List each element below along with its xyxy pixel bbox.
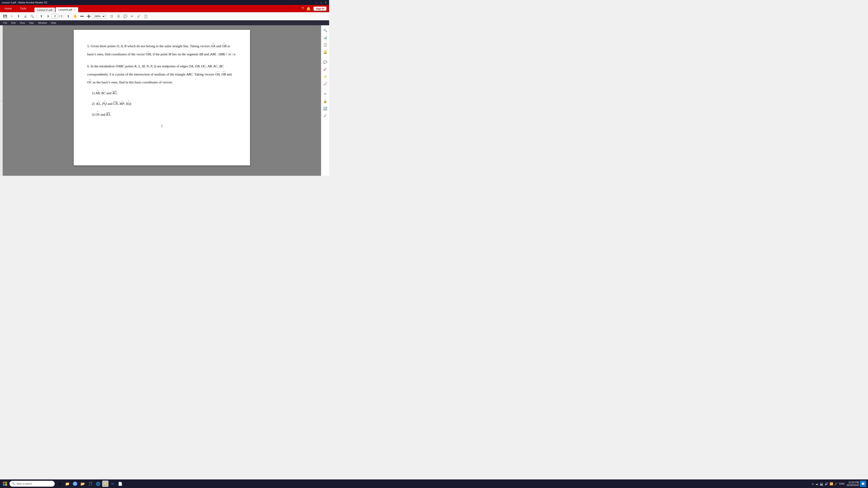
sidebar-pages-icon[interactable]: 📋 <box>322 41 329 48</box>
page-number-display: 2 <box>87 124 237 128</box>
toolbar-separator-3 <box>107 14 107 19</box>
save-button[interactable]: 💾 <box>2 13 8 20</box>
view-mode-button[interactable]: ☰ <box>115 13 122 20</box>
sidebar-bookmarks-icon[interactable]: 🔔 <box>322 49 329 55</box>
sidebar-pen-icon[interactable]: ✏ <box>322 91 329 97</box>
pen-tool-button[interactable]: ✏ <box>129 13 135 20</box>
menu-help[interactable]: Help <box>49 21 58 25</box>
minimize-button[interactable]: ─ <box>315 1 318 4</box>
page-navigation: / 3 <box>52 14 62 19</box>
vector-OC: → OC <box>87 77 92 86</box>
home-bar-right: ? 🔔 Sign In <box>302 6 327 11</box>
vector-MP: → MP <box>120 99 125 107</box>
next-page-button[interactable]: ⬇ <box>45 13 51 20</box>
comment-button[interactable]: 💬 <box>122 13 128 20</box>
vector-AC-overline: AC <box>112 91 116 95</box>
window-controls: ─ □ ✕ <box>315 1 327 4</box>
sign-in-button[interactable]: Sign In <box>313 6 327 11</box>
vector-PQ: → PQ <box>102 99 107 107</box>
vector-KQ: → KQ <box>126 99 131 107</box>
help-icon[interactable]: ? <box>302 6 304 11</box>
page-separator: / <box>59 15 60 18</box>
tab-lesson4-label: Lesson4.pdf <box>59 8 72 11</box>
zoom-out-button[interactable]: ➖ <box>79 13 85 20</box>
tab-close-icon[interactable]: ✕ <box>73 8 75 11</box>
menu-bar: File Edit View Sign Window Help <box>0 20 329 25</box>
sidebar-tools-icon[interactable]: ⚡ <box>322 73 329 80</box>
vector-OB: → OB <box>222 41 226 49</box>
sidebar-comment-icon[interactable]: 💬 <box>322 59 329 65</box>
prev-page-button[interactable]: ⬆ <box>38 13 44 20</box>
close-button[interactable]: ✕ <box>324 1 327 4</box>
left-panel-toggle[interactable]: ‹ <box>0 25 3 176</box>
tab-lesson4[interactable]: Lesson4.pdf ✕ <box>56 7 78 12</box>
sidebar-edit-icon[interactable]: 🖊 <box>322 112 329 119</box>
sidebar-separator-1 <box>323 57 328 57</box>
problem-5-text: 5. Given three points O, A, B which do n… <box>87 41 237 57</box>
home-nav-button[interactable]: Home <box>3 6 13 11</box>
sidebar-highlight-icon[interactable]: 🖊 <box>322 66 329 72</box>
maximize-button[interactable]: □ <box>320 1 323 4</box>
tab-lesson3[interactable]: Lesson 3 .pdf <box>34 7 55 12</box>
vector-OB2: → OB <box>221 69 226 77</box>
vector-BC: → BC <box>101 88 105 96</box>
menu-view[interactable]: View <box>18 21 27 25</box>
problem-6-text: 6. In the tetrahedron OABC points K, L, … <box>87 64 237 86</box>
home-bar: Home Tools Lesson 3 .pdf Lesson4.pdf ✕ ?… <box>0 5 329 12</box>
hand-tool-button[interactable]: ✋ <box>72 13 78 20</box>
vector-KS-overline: KS <box>106 113 110 116</box>
bookmark-button[interactable]: ☆ <box>8 13 15 20</box>
menu-window[interactable]: Window <box>36 21 49 25</box>
right-sidebar: 🔍 📊 📋 🔔 💬 🖊 ⚡ 📈 ✏ 🔒 🔄 🖊 <box>321 25 329 176</box>
menu-sign[interactable]: Sign <box>27 21 36 25</box>
toolbar: 💾 ☆ ⬆ 🖨 🔍 ⬆ ⬇ / 3 ⬆ ✋ ➖ ➕ 150% 50% 75% 1… <box>0 12 329 20</box>
zoom-selector[interactable]: 150% 50% 75% 100% 125% 200% 300% <box>92 14 105 19</box>
vector-OS: → OS <box>95 109 99 118</box>
problem-5: 5. Given three points O, A, B which do n… <box>87 41 237 57</box>
print-button[interactable]: 🖨 <box>22 13 29 20</box>
menu-file[interactable]: File <box>1 21 9 25</box>
vector-CN-overline: CN <box>113 102 118 105</box>
stamp-button[interactable]: 📋 <box>143 13 149 20</box>
problem-6-sub1: 1) → AB , → BC and AC; <box>87 88 237 96</box>
sidebar-refresh-icon[interactable]: 🔄 <box>322 105 329 111</box>
pdf-page: 5. Given three points O, A, B which do n… <box>74 30 250 165</box>
cursor-tool-button[interactable]: ⬆ <box>65 13 71 20</box>
sidebar-chart-icon[interactable]: 📈 <box>322 80 329 87</box>
vector-KL: → KL <box>96 99 100 107</box>
problem-6-sub3: 3) → OS and KS. <box>87 109 237 118</box>
page-number-input[interactable] <box>52 14 58 19</box>
sidebar-analytics-icon[interactable]: 📊 <box>322 34 329 41</box>
vector-OA2: → OA <box>215 69 220 77</box>
sidebar-search-icon[interactable]: 🔍 <box>322 27 329 33</box>
page-total: 3 <box>61 15 62 18</box>
highlight-button[interactable]: 🖊 <box>135 13 142 20</box>
problem-6: 6. In the tetrahedron OABC points K, L, … <box>87 64 237 118</box>
search-button[interactable]: 🔍 <box>29 13 35 20</box>
fit-page-button[interactable]: ⊡ <box>108 13 115 20</box>
vector-OM: → OM <box>146 49 151 57</box>
main-area: ‹ 5. Given three points O, A, B which do… <box>0 25 329 176</box>
zoom-in-button[interactable]: ➕ <box>86 13 92 20</box>
vector-AB: → AB <box>95 88 99 96</box>
problem-6-sub2: 2) → KL , → PQ and CN, → MP , <box>87 99 237 107</box>
tab-lesson3-label: Lesson 3 .pdf <box>37 8 52 11</box>
title-text: Lesson 4.pdf - Adobe Acrobat Reader DC <box>2 1 48 4</box>
title-bar: Lesson 4.pdf - Adobe Acrobat Reader DC ─… <box>0 0 329 5</box>
upload-button[interactable]: ⬆ <box>16 13 22 20</box>
notification-icon[interactable]: 🔔 <box>306 6 311 11</box>
tools-nav-button[interactable]: Tools <box>18 6 28 11</box>
sidebar-lock-icon[interactable]: 🔒 <box>322 98 329 104</box>
vector-OA: → OA <box>211 41 215 49</box>
menu-edit[interactable]: Edit <box>9 21 18 25</box>
pdf-viewer[interactable]: 5. Given three points O, A, B which do n… <box>3 25 321 176</box>
